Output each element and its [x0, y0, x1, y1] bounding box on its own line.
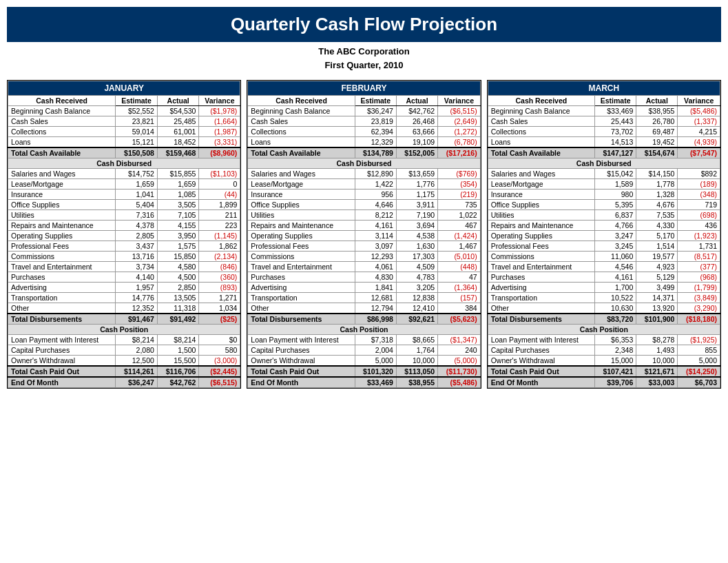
- num-cell: 3,505: [157, 200, 199, 210]
- row-label: Transportation: [8, 293, 116, 303]
- num-cell: (3,331): [199, 137, 240, 148]
- row-label: Insurance: [248, 190, 355, 200]
- row-label: Total Cash Paid Out: [248, 366, 355, 377]
- num-cell: (5,000): [438, 356, 481, 367]
- num-cell: (2,134): [199, 252, 240, 262]
- month-header-1: FEBRUARY: [248, 81, 480, 96]
- num-cell: $8,665: [396, 335, 437, 345]
- num-cell: ($769): [438, 169, 481, 179]
- num-cell: 4,580: [157, 262, 199, 272]
- num-cell: 63,666: [396, 127, 437, 137]
- num-cell: 14,513: [595, 137, 636, 148]
- num-cell: $86,998: [355, 314, 396, 325]
- row-label: Total Cash Available: [8, 147, 116, 158]
- num-cell: (1,364): [438, 283, 481, 293]
- num-cell: 12,681: [355, 293, 396, 303]
- num-cell: 5,000: [678, 356, 720, 367]
- col-header-actual: Actual: [157, 96, 199, 106]
- cash-received-label: Cash Received: [488, 96, 594, 106]
- num-cell: 4,330: [636, 221, 678, 231]
- col-header-variance: Variance: [199, 96, 240, 106]
- num-cell: 3,245: [595, 241, 636, 252]
- num-cell: ($2,445): [199, 366, 240, 377]
- num-cell: (1,337): [678, 116, 720, 127]
- end-of-month-value: ($5,486): [438, 377, 481, 388]
- num-cell: 1,862: [199, 241, 240, 252]
- num-cell: 7,105: [157, 210, 199, 221]
- num-cell: $15,855: [157, 169, 199, 179]
- num-cell: 4,161: [355, 221, 396, 231]
- num-cell: 61,001: [157, 127, 199, 137]
- num-cell: (3,849): [678, 293, 720, 303]
- num-cell: (157): [438, 293, 481, 303]
- num-cell: 3,499: [636, 283, 678, 293]
- row-label: Transportation: [248, 293, 355, 303]
- num-cell: 1,575: [157, 241, 199, 252]
- num-cell: $52,552: [116, 106, 158, 116]
- num-cell: 5,129: [636, 272, 678, 283]
- num-cell: 4,766: [595, 221, 636, 231]
- num-cell: 4,161: [595, 272, 636, 283]
- row-label: Utilities: [248, 210, 355, 221]
- num-cell: (698): [678, 210, 720, 221]
- row-label: Owner's Withdrawal: [488, 356, 594, 367]
- num-cell: 23,821: [116, 116, 158, 127]
- num-cell: 1,778: [636, 179, 678, 190]
- num-cell: 3,950: [157, 231, 199, 241]
- num-cell: 1,271: [199, 293, 240, 303]
- num-cell: $8,278: [636, 335, 678, 345]
- num-cell: 1,589: [595, 179, 636, 190]
- num-cell: (1,664): [199, 116, 240, 127]
- num-cell: $154,674: [636, 147, 678, 158]
- num-cell: 4,500: [157, 272, 199, 283]
- row-label: Salaries and Wages: [248, 169, 355, 179]
- row-label: Collections: [8, 127, 116, 137]
- num-cell: 4,140: [116, 272, 158, 283]
- num-cell: 1,776: [396, 179, 437, 190]
- num-cell: $42,762: [396, 106, 437, 116]
- row-label: Loans: [248, 137, 355, 148]
- end-of-month-label: End Of Month: [488, 377, 594, 388]
- row-label: Purchases: [248, 272, 355, 283]
- num-cell: (44): [199, 190, 240, 200]
- num-cell: (846): [199, 262, 240, 272]
- row-label: Total Cash Paid Out: [488, 366, 594, 377]
- row-label: Advertising: [248, 283, 355, 293]
- section-label: Cash Disbursed: [8, 158, 240, 169]
- num-cell: $83,720: [595, 314, 636, 325]
- num-cell: 1,328: [636, 190, 678, 200]
- num-cell: ($5,486): [678, 106, 720, 116]
- num-cell: 13,920: [636, 303, 678, 314]
- num-cell: ($1,103): [199, 169, 240, 179]
- num-cell: 15,000: [595, 356, 636, 367]
- num-cell: 5,170: [636, 231, 678, 241]
- num-cell: $91,492: [157, 314, 199, 325]
- num-cell: $8,214: [157, 335, 199, 345]
- num-cell: $0: [199, 335, 240, 345]
- num-cell: 4,509: [396, 262, 437, 272]
- num-cell: (8,517): [678, 252, 720, 262]
- num-cell: ($8,960): [199, 147, 240, 158]
- end-of-month-value: ($6,515): [199, 377, 240, 388]
- num-cell: 1,175: [396, 190, 437, 200]
- num-cell: 735: [438, 200, 481, 210]
- num-cell: 26,468: [396, 116, 437, 127]
- num-cell: 2,850: [157, 283, 199, 293]
- num-cell: 1,731: [678, 241, 720, 252]
- num-cell: 19,109: [396, 137, 437, 148]
- row-label: Total Cash Available: [488, 147, 594, 158]
- num-cell: 7,316: [116, 210, 158, 221]
- num-cell: 436: [678, 221, 720, 231]
- end-of-month-value: $42,762: [157, 377, 199, 388]
- num-cell: 1,500: [157, 345, 199, 356]
- num-cell: 1,085: [157, 190, 199, 200]
- num-cell: (448): [438, 262, 481, 272]
- row-label: Cash Sales: [248, 116, 355, 127]
- num-cell: $6,353: [595, 335, 636, 345]
- num-cell: 1,957: [116, 283, 158, 293]
- num-cell: 1,659: [157, 179, 199, 190]
- col-header-variance: Variance: [438, 96, 481, 106]
- num-cell: 719: [678, 200, 720, 210]
- num-cell: $15,042: [595, 169, 636, 179]
- row-label: Insurance: [8, 190, 116, 200]
